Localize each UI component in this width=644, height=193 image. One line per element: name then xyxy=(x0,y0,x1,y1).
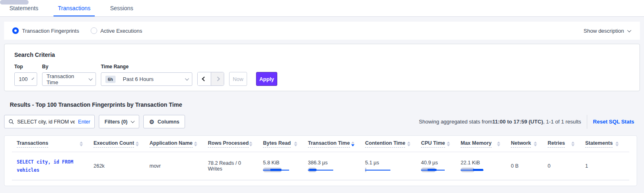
radio-unselected-icon xyxy=(91,27,97,34)
sort-icon[interactable] xyxy=(407,141,410,146)
columns-label: Columns xyxy=(158,119,179,125)
time-range-label: Time Range xyxy=(101,64,192,70)
sort-icon-active-desc[interactable] xyxy=(351,141,354,146)
cell-contention-time: 5.1 µs xyxy=(365,160,421,172)
sort-icon[interactable] xyxy=(194,141,197,146)
chevron-down-icon xyxy=(185,76,189,81)
transaction-fingerprint-link[interactable]: SELECT city, id FROM vehicles xyxy=(17,158,82,174)
search-enter-button[interactable]: Enter xyxy=(78,119,90,125)
cell-transaction-time: 386.3 µs xyxy=(308,160,365,172)
reset-sql-stats-link[interactable]: Reset SQL Stats xyxy=(593,119,634,125)
cell-max-memory: 22.1 KiB xyxy=(461,160,511,172)
sort-icon[interactable] xyxy=(80,141,83,146)
max-memory-bar xyxy=(461,168,489,172)
column-header-bytes-read: Bytes Read xyxy=(263,140,308,148)
search-icon xyxy=(9,119,14,124)
cell-statements: 1 xyxy=(585,163,629,169)
table-header-row: Transactions Execution Count Application… xyxy=(12,136,629,152)
column-header-transactions: Transactions xyxy=(12,140,94,148)
execution-count-bar xyxy=(0,0,29,4)
search-criteria-card: Search Criteria Top 100 By Transaction T… xyxy=(4,44,640,91)
sql-search-input[interactable] xyxy=(17,119,75,125)
tab-transactions[interactable]: Transactions xyxy=(53,0,95,16)
aggregated-stats-text: Showing aggregated stats from 11:00 to 1… xyxy=(419,119,581,125)
table-row: SELECT city, id FROM vehicles 262k movr … xyxy=(12,152,629,180)
filters-button[interactable]: Filters (0) xyxy=(99,115,139,128)
now-button[interactable]: Now xyxy=(229,72,247,86)
top-select[interactable]: 100 xyxy=(14,72,37,86)
apply-button[interactable]: Apply xyxy=(256,72,277,86)
column-header-network: Network xyxy=(511,140,548,148)
radio-label: Active Executions xyxy=(100,28,143,34)
chevron-right-icon xyxy=(215,76,220,81)
top-label: Top xyxy=(14,64,37,70)
column-header-statements: Statements xyxy=(585,140,629,148)
radio-label: Transaction Fingerprints xyxy=(22,28,79,34)
contention-time-bar xyxy=(365,168,394,172)
sort-icon[interactable] xyxy=(294,141,297,146)
cell-rows-processed: 78.2 Reads / 0 Writes xyxy=(208,160,263,172)
sql-search-box: Enter xyxy=(4,115,95,128)
divider xyxy=(587,115,587,129)
time-range-select[interactable]: 6h Past 6 Hours xyxy=(101,72,192,86)
gear-icon: ⚙ xyxy=(149,119,154,125)
chevron-down-icon xyxy=(627,28,631,32)
column-header-execution-count: Execution Count xyxy=(94,140,149,148)
sort-icon[interactable] xyxy=(249,141,252,146)
filters-label: Filters (0) xyxy=(105,119,127,125)
time-range-badge: 6h xyxy=(105,76,116,83)
cell-retries: 0 xyxy=(548,163,585,169)
transactions-table: Transactions Execution Count Application… xyxy=(4,135,637,186)
time-nav-group xyxy=(197,72,224,86)
results-controls: Enter Filters (0) ⚙ Columns Showing aggr… xyxy=(4,115,640,128)
column-header-max-memory: Max Memory xyxy=(461,140,511,148)
radio-transaction-fingerprints[interactable]: Transaction Fingerprints xyxy=(12,27,79,34)
sort-icon[interactable] xyxy=(571,141,575,146)
cell-bytes-read: 5.8 KiB xyxy=(263,160,308,172)
tab-sessions[interactable]: Sessions xyxy=(105,0,138,16)
sort-icon[interactable] xyxy=(136,141,139,146)
cell-network: 0 B xyxy=(511,163,548,169)
by-select[interactable]: Transaction Time xyxy=(42,72,96,86)
column-header-application-name: Application Name xyxy=(149,140,208,148)
show-description-toggle[interactable]: Show description xyxy=(584,28,630,34)
radio-active-executions[interactable]: Active Executions xyxy=(91,27,143,34)
tab-bar: Statements Transactions Sessions xyxy=(0,0,644,17)
by-select-value: Transaction Time xyxy=(47,73,85,85)
columns-button[interactable]: ⚙ Columns xyxy=(143,115,185,128)
sort-icon[interactable] xyxy=(497,141,500,146)
column-header-contention-time: Contention Time xyxy=(365,140,421,148)
column-header-retries: Retries xyxy=(548,140,585,148)
by-label: By xyxy=(42,64,96,70)
column-header-rows-processed: Rows Processed xyxy=(208,140,263,148)
transaction-time-bar xyxy=(308,168,336,172)
cell-application-name: movr xyxy=(149,163,208,169)
chevron-down-icon xyxy=(89,76,93,81)
time-range-value: Past 6 Hours xyxy=(123,76,181,82)
chevron-down-icon xyxy=(31,77,34,80)
column-header-cpu-time: CPU Time xyxy=(421,140,461,148)
chevron-down-icon xyxy=(131,119,135,123)
next-time-button[interactable] xyxy=(211,72,224,85)
view-toggle-bar: Transaction Fingerprints Active Executio… xyxy=(4,22,640,40)
bytes-read-bar xyxy=(263,168,292,172)
cell-cpu-time: 40.9 µs xyxy=(421,160,461,172)
cpu-time-bar xyxy=(421,168,450,172)
show-description-label: Show description xyxy=(584,28,624,34)
sort-icon[interactable] xyxy=(534,141,537,146)
cell-execution-count: 262k xyxy=(94,163,149,169)
search-criteria-title: Search Criteria xyxy=(14,52,630,58)
chevron-left-icon xyxy=(202,76,206,81)
sort-icon[interactable] xyxy=(615,141,619,146)
radio-selected-icon xyxy=(12,27,19,34)
column-header-transaction-time: Transaction Time xyxy=(308,140,365,148)
sort-icon[interactable] xyxy=(447,141,450,146)
previous-time-button[interactable] xyxy=(198,72,211,85)
top-select-value: 100 xyxy=(19,76,28,82)
stats-time-range: 11:00 to 17:59 (UTC) xyxy=(492,119,543,125)
results-heading: Results - Top 100 Transaction Fingerprin… xyxy=(10,101,644,108)
